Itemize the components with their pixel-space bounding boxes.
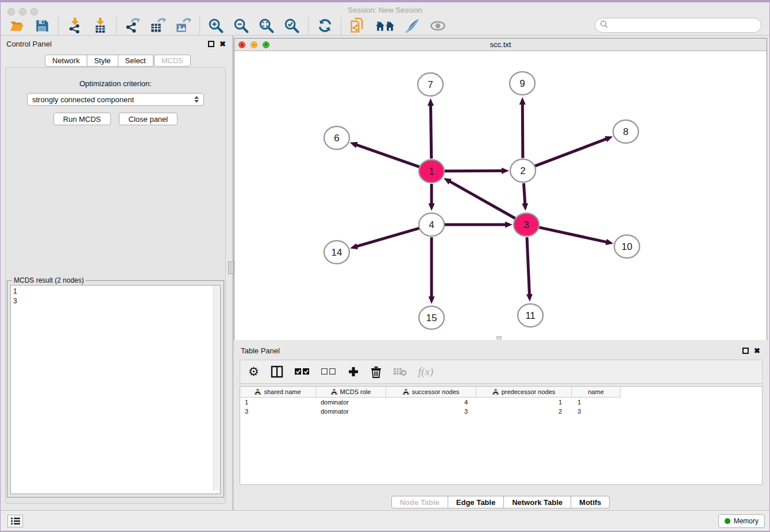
graph-edge[interactable] — [527, 237, 529, 295]
table-panel: Table Panel ✖ ⚙ f(x) share — [234, 342, 767, 510]
table-row[interactable]: 3 dominator 3 2 3 — [240, 407, 762, 416]
cell-shared-name[interactable]: 1 — [240, 399, 316, 406]
column-edit-icon — [255, 389, 261, 395]
graph-edge[interactable] — [356, 228, 419, 246]
graph-edge-arrowhead — [522, 203, 528, 211]
network-window: x − + scc.txt 1234678910111415 — [234, 38, 767, 340]
import-table-icon[interactable] — [92, 18, 108, 34]
graph-node-label: 4 — [429, 219, 434, 230]
column-header-name[interactable]: name — [572, 387, 621, 397]
graph-edge[interactable] — [430, 105, 431, 159]
cell-name[interactable]: 3 — [572, 408, 621, 415]
mcds-panel: Optimization criterion: strongly connect… — [5, 67, 226, 504]
canvas-splitter-handle[interactable] — [496, 336, 502, 340]
float-table-panel-icon[interactable] — [742, 348, 749, 354]
column-header-successor-nodes[interactable]: successor nodes — [386, 387, 476, 397]
cell-mcds-role[interactable]: dominator — [316, 399, 386, 406]
cell-predecessor-nodes[interactable]: 2 — [476, 408, 572, 415]
cell-name[interactable]: 1 — [572, 399, 621, 406]
export-network-icon[interactable] — [125, 18, 141, 34]
graph-node-label: 1 — [429, 166, 434, 177]
import-network-icon[interactable] — [67, 18, 83, 34]
column-edit-icon — [403, 389, 409, 395]
zoom-in-icon[interactable] — [208, 18, 224, 34]
export-table-icon[interactable] — [150, 18, 166, 34]
close-table-panel-icon[interactable]: ✖ — [754, 348, 760, 354]
tab-node-table[interactable]: Node Table — [391, 496, 448, 508]
apply-function-icon[interactable]: f(x) — [418, 364, 433, 380]
show-hide-icon[interactable] — [430, 18, 446, 34]
dropdown-stepper-icon — [194, 96, 199, 103]
graph-edge[interactable] — [538, 228, 607, 242]
tab-style[interactable]: Style — [87, 55, 118, 67]
cell-shared-name[interactable]: 3 — [240, 408, 316, 415]
optimization-criterion-dropdown[interactable]: strongly connected component — [27, 93, 204, 106]
delete-row-icon[interactable] — [371, 364, 382, 380]
mcds-result-title: MCDS result (2 nodes) — [12, 276, 86, 284]
tab-select[interactable]: Select — [118, 55, 153, 67]
graph-edge-arrowhead — [502, 168, 509, 174]
cell-successor-nodes[interactable]: 4 — [386, 399, 476, 406]
table-options-icon[interactable]: ⚙ — [248, 364, 259, 380]
graph-node-label: 7 — [428, 79, 433, 90]
graph-node-label: 14 — [332, 247, 342, 258]
cell-mcds-role[interactable]: dominator — [316, 408, 386, 415]
memory-label: Memory — [734, 517, 759, 525]
close-panel-icon[interactable]: ✖ — [220, 41, 226, 47]
close-panel-button[interactable]: Close panel — [119, 113, 178, 125]
column-header-mcds-role[interactable]: MCDS role — [316, 387, 386, 397]
zoom-out-icon[interactable] — [233, 18, 249, 34]
graph-edge[interactable] — [523, 183, 525, 205]
table-row[interactable]: 1 dominator 4 1 1 — [240, 398, 762, 407]
home-icon[interactable] — [375, 18, 395, 34]
graph-edge-arrowhead — [505, 222, 513, 228]
network-canvas[interactable]: 1234678910111415 — [234, 51, 767, 340]
float-panel-icon[interactable] — [208, 41, 214, 47]
network-window-titlebar[interactable]: x − + scc.txt — [234, 38, 767, 51]
zoom-selected-icon[interactable] — [284, 18, 300, 34]
graph-node-label: 9 — [519, 78, 525, 89]
duplicate-network-icon[interactable] — [349, 18, 365, 34]
zoom-fit-icon[interactable] — [259, 18, 275, 34]
export-image-icon[interactable] — [175, 18, 191, 34]
graph-edge[interactable] — [356, 145, 419, 167]
panel-splitter-handle[interactable] — [228, 261, 234, 274]
graph-node-label: 11 — [525, 310, 536, 321]
save-session-icon[interactable] — [34, 18, 50, 34]
tab-mcds[interactable]: MCDS — [154, 55, 191, 67]
column-header-predecessor-nodes[interactable]: predecessor nodes — [476, 387, 572, 397]
cell-predecessor-nodes[interactable]: 1 — [476, 399, 572, 406]
add-row-icon[interactable] — [348, 364, 359, 380]
graph-edge[interactable] — [444, 171, 503, 171]
graph-edge[interactable] — [449, 181, 515, 218]
search-field[interactable] — [595, 18, 761, 33]
task-history-button[interactable] — [7, 515, 23, 527]
graph-edge[interactable] — [522, 103, 523, 158]
mcds-result-text[interactable]: 1 3 — [10, 285, 221, 494]
tab-network-table[interactable]: Network Table — [504, 496, 571, 508]
style-icon[interactable] — [405, 18, 421, 34]
result-scrollbar[interactable] — [213, 286, 220, 491]
graph-node-label: 10 — [622, 241, 633, 252]
column-header-shared-name[interactable]: shared name — [240, 387, 316, 397]
graph-node-label: 3 — [523, 219, 529, 230]
graph-node-label: 2 — [520, 165, 525, 176]
memory-button[interactable]: Memory — [718, 514, 765, 528]
graph-edge-arrowhead — [519, 97, 526, 105]
select-all-icon[interactable] — [295, 364, 310, 380]
tab-motifs[interactable]: Motifs — [571, 496, 610, 508]
mcds-result-box: MCDS result (2 nodes) 1 3 — [7, 280, 224, 498]
tab-edge-table[interactable]: Edge Table — [448, 496, 504, 508]
delete-column-icon[interactable] — [393, 364, 407, 380]
refresh-icon[interactable] — [317, 18, 333, 34]
column-edit-icon — [492, 389, 499, 395]
graph-edge[interactable] — [535, 138, 607, 166]
show-columns-icon[interactable] — [271, 364, 283, 380]
main-toolbar — [1, 16, 769, 36]
search-input[interactable] — [611, 21, 761, 30]
run-mcds-button[interactable]: Run MCDS — [53, 113, 111, 125]
tab-network[interactable]: Network — [45, 55, 87, 67]
open-session-icon[interactable] — [9, 18, 25, 34]
cell-successor-nodes[interactable]: 3 — [386, 408, 476, 415]
deselect-all-icon[interactable] — [321, 364, 336, 380]
